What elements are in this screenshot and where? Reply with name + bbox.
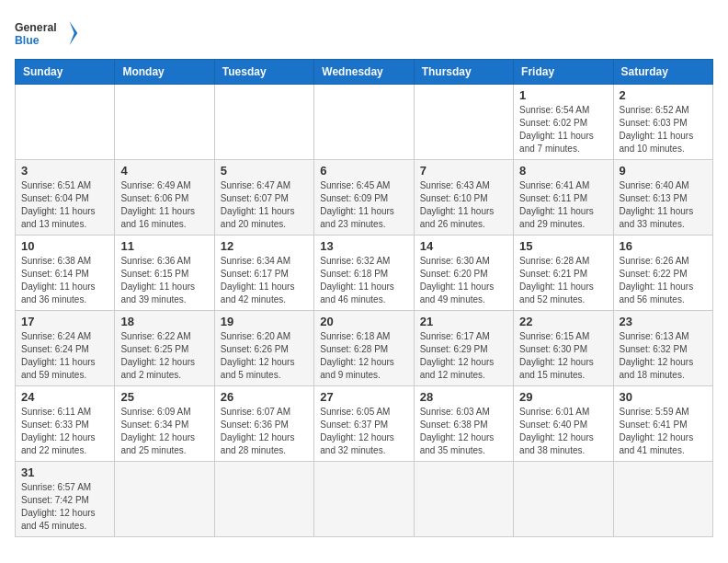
day-info: Sunrise: 6:09 AM Sunset: 6:34 PM Dayligh… <box>120 406 208 457</box>
day-number: 15 <box>519 239 607 253</box>
day-number: 8 <box>519 164 607 178</box>
day-info: Sunrise: 6:13 AM Sunset: 6:32 PM Dayligh… <box>620 330 707 382</box>
calendar-cell: 14Sunrise: 6:30 AM Sunset: 6:20 PM Dayli… <box>414 236 513 311</box>
day-number: 12 <box>221 239 308 253</box>
calendar-cell <box>214 85 313 160</box>
calendar-cell: 5Sunrise: 6:47 AM Sunset: 6:07 PM Daylig… <box>214 160 313 236</box>
day-number: 24 <box>21 390 108 404</box>
day-number: 17 <box>21 315 108 328</box>
calendar-cell: 9Sunrise: 6:40 AM Sunset: 6:13 PM Daylig… <box>613 160 712 236</box>
calendar-cell: 19Sunrise: 6:20 AM Sunset: 6:26 PM Dayli… <box>214 311 313 386</box>
calendar-cell: 20Sunrise: 6:18 AM Sunset: 6:28 PM Dayli… <box>314 311 414 386</box>
calendar-cell: 25Sunrise: 6:09 AM Sunset: 6:34 PM Dayli… <box>115 386 214 462</box>
day-info: Sunrise: 6:57 AM Sunset: 7:42 PM Dayligh… <box>21 481 108 533</box>
day-info: Sunrise: 6:41 AM Sunset: 6:11 PM Dayligh… <box>519 179 607 231</box>
calendar-cell <box>414 462 513 537</box>
week-row-6: 31Sunrise: 6:57 AM Sunset: 7:42 PM Dayli… <box>16 462 713 537</box>
day-number: 4 <box>120 164 208 178</box>
svg-text:General: General <box>15 21 57 34</box>
day-number: 10 <box>21 239 108 253</box>
day-number: 30 <box>620 390 707 404</box>
day-info: Sunrise: 6:45 AM Sunset: 6:09 PM Dayligh… <box>320 179 407 231</box>
calendar-cell: 18Sunrise: 6:22 AM Sunset: 6:25 PM Dayli… <box>115 311 214 386</box>
day-info: Sunrise: 6:30 AM Sunset: 6:20 PM Dayligh… <box>420 255 507 306</box>
calendar-cell <box>115 462 214 537</box>
calendar-cell: 10Sunrise: 6:38 AM Sunset: 6:14 PM Dayli… <box>16 236 115 311</box>
weekday-header-wednesday: Wednesday <box>314 60 414 85</box>
calendar-cell: 28Sunrise: 6:03 AM Sunset: 6:38 PM Dayli… <box>414 386 513 462</box>
day-info: Sunrise: 6:26 AM Sunset: 6:22 PM Dayligh… <box>620 255 707 306</box>
calendar-cell: 11Sunrise: 6:36 AM Sunset: 6:15 PM Dayli… <box>115 236 214 311</box>
weekday-header-tuesday: Tuesday <box>214 60 313 85</box>
day-info: Sunrise: 6:40 AM Sunset: 6:13 PM Dayligh… <box>620 179 707 231</box>
calendar-cell: 24Sunrise: 6:11 AM Sunset: 6:33 PM Dayli… <box>16 386 115 462</box>
calendar-cell: 29Sunrise: 6:01 AM Sunset: 6:40 PM Dayli… <box>514 386 613 462</box>
day-number: 23 <box>620 315 707 328</box>
day-number: 6 <box>320 164 407 178</box>
weekday-header-saturday: Saturday <box>613 60 712 85</box>
weekday-header-row: SundayMondayTuesdayWednesdayThursdayFrid… <box>16 60 713 85</box>
day-info: Sunrise: 6:54 AM Sunset: 6:02 PM Dayligh… <box>519 104 607 155</box>
calendar-cell: 6Sunrise: 6:45 AM Sunset: 6:09 PM Daylig… <box>314 160 414 236</box>
day-number: 31 <box>21 465 108 479</box>
day-info: Sunrise: 6:17 AM Sunset: 6:29 PM Dayligh… <box>420 330 507 382</box>
day-number: 18 <box>120 315 208 328</box>
day-info: Sunrise: 6:52 AM Sunset: 6:03 PM Dayligh… <box>620 104 707 155</box>
calendar-cell: 31Sunrise: 6:57 AM Sunset: 7:42 PM Dayli… <box>16 462 115 537</box>
day-info: Sunrise: 6:47 AM Sunset: 6:07 PM Dayligh… <box>221 179 308 231</box>
calendar-table: SundayMondayTuesdayWednesdayThursdayFrid… <box>15 59 713 537</box>
day-number: 9 <box>620 164 707 178</box>
day-number: 11 <box>120 239 208 253</box>
day-number: 19 <box>221 315 308 328</box>
day-number: 28 <box>420 390 507 404</box>
calendar-cell: 1Sunrise: 6:54 AM Sunset: 6:02 PM Daylig… <box>514 85 613 160</box>
day-info: Sunrise: 6:38 AM Sunset: 6:14 PM Dayligh… <box>21 255 108 306</box>
calendar-cell: 12Sunrise: 6:34 AM Sunset: 6:17 PM Dayli… <box>214 236 313 311</box>
day-info: Sunrise: 6:49 AM Sunset: 6:06 PM Dayligh… <box>120 179 208 231</box>
calendar-cell: 27Sunrise: 6:05 AM Sunset: 6:37 PM Dayli… <box>314 386 414 462</box>
day-info: Sunrise: 6:36 AM Sunset: 6:15 PM Dayligh… <box>120 255 208 306</box>
weekday-header-thursday: Thursday <box>414 60 513 85</box>
week-row-4: 17Sunrise: 6:24 AM Sunset: 6:24 PM Dayli… <box>16 311 713 386</box>
weekday-header-sunday: Sunday <box>16 60 115 85</box>
day-info: Sunrise: 6:34 AM Sunset: 6:17 PM Dayligh… <box>221 255 308 306</box>
day-info: Sunrise: 6:01 AM Sunset: 6:40 PM Dayligh… <box>519 406 607 457</box>
calendar-cell: 22Sunrise: 6:15 AM Sunset: 6:30 PM Dayli… <box>514 311 613 386</box>
day-info: Sunrise: 6:03 AM Sunset: 6:38 PM Dayligh… <box>420 406 507 457</box>
day-number: 22 <box>519 315 607 328</box>
day-info: Sunrise: 6:28 AM Sunset: 6:21 PM Dayligh… <box>519 255 607 306</box>
day-number: 27 <box>320 390 407 404</box>
logo: General Blue <box>15 15 79 52</box>
logo-svg: General Blue <box>15 15 79 52</box>
calendar-cell <box>214 462 313 537</box>
calendar-cell: 17Sunrise: 6:24 AM Sunset: 6:24 PM Dayli… <box>16 311 115 386</box>
svg-text:Blue: Blue <box>15 34 40 47</box>
calendar-cell <box>613 462 712 537</box>
weekday-header-friday: Friday <box>514 60 613 85</box>
calendar-cell <box>314 462 414 537</box>
day-number: 13 <box>320 239 407 253</box>
weekday-header-monday: Monday <box>115 60 214 85</box>
calendar-cell: 21Sunrise: 6:17 AM Sunset: 6:29 PM Dayli… <box>414 311 513 386</box>
calendar-cell: 13Sunrise: 6:32 AM Sunset: 6:18 PM Dayli… <box>314 236 414 311</box>
day-info: Sunrise: 6:07 AM Sunset: 6:36 PM Dayligh… <box>221 406 308 457</box>
day-info: Sunrise: 6:32 AM Sunset: 6:18 PM Dayligh… <box>320 255 407 306</box>
week-row-2: 3Sunrise: 6:51 AM Sunset: 6:04 PM Daylig… <box>16 160 713 236</box>
day-info: Sunrise: 5:59 AM Sunset: 6:41 PM Dayligh… <box>620 406 707 457</box>
day-number: 2 <box>620 88 707 102</box>
day-number: 3 <box>21 164 108 178</box>
day-number: 21 <box>420 315 507 328</box>
calendar-cell: 15Sunrise: 6:28 AM Sunset: 6:21 PM Dayli… <box>514 236 613 311</box>
calendar-cell <box>314 85 414 160</box>
calendar-cell <box>514 462 613 537</box>
calendar-cell: 30Sunrise: 5:59 AM Sunset: 6:41 PM Dayli… <box>613 386 712 462</box>
day-number: 5 <box>221 164 308 178</box>
calendar-cell <box>115 85 214 160</box>
day-number: 29 <box>519 390 607 404</box>
day-info: Sunrise: 6:20 AM Sunset: 6:26 PM Dayligh… <box>221 330 308 382</box>
week-row-3: 10Sunrise: 6:38 AM Sunset: 6:14 PM Dayli… <box>16 236 713 311</box>
page-header: General Blue <box>15 15 713 52</box>
day-number: 7 <box>420 164 507 178</box>
calendar-cell: 7Sunrise: 6:43 AM Sunset: 6:10 PM Daylig… <box>414 160 513 236</box>
calendar-cell: 4Sunrise: 6:49 AM Sunset: 6:06 PM Daylig… <box>115 160 214 236</box>
